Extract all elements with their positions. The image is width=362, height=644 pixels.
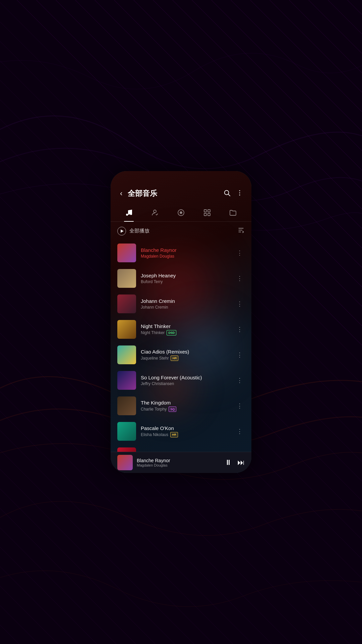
song-item[interactable]: Joseph Heaney Buford Terry ⋮ [111, 266, 251, 291]
song-title: Night Thinker [141, 323, 230, 329]
song-artist: Charlie Torphy [141, 407, 167, 412]
svg-line-1 [228, 194, 230, 196]
page-title: 全部音乐 [128, 189, 219, 199]
song-thumbnail [117, 320, 136, 339]
song-artist: Johann Cremin [141, 305, 168, 310]
song-title: Pascale O'Kon [141, 425, 230, 431]
svg-point-2 [239, 190, 240, 191]
song-sub: Elisha Nikolaus HR [141, 432, 230, 438]
song-thumbnail [117, 396, 136, 415]
quality-badge: HR [171, 356, 178, 361]
song-title: Blanche Raynor [141, 247, 230, 253]
song-list: Blanche Raynor Magdalen Douglas ⋮ Joseph… [111, 240, 251, 452]
song-item[interactable]: Johann Cremin Johann Cremin ⋮ [111, 291, 251, 317]
play-all-bar: 全部播放 [111, 222, 251, 240]
song-sub: Buford Terry [141, 279, 230, 284]
song-title: Joseph Heaney [141, 273, 230, 278]
song-title: Johann Cremin [141, 298, 230, 304]
folder-icon [229, 209, 237, 219]
now-playing-title: Blanche Raynor [137, 458, 221, 463]
song-item[interactable]: Night Thinker Night Thinker DSD ⋮ [111, 317, 251, 342]
now-playing-artist: Magdalen Douglas [137, 463, 221, 467]
song-info: Johann Cremin Johann Cremin [141, 298, 230, 310]
song-more-button[interactable]: ⋮ [235, 247, 245, 259]
song-info: Night Thinker Night Thinker DSD [141, 323, 230, 336]
song-info: Pascale O'Kon Elisha Nikolaus HR [141, 425, 230, 438]
tab-grid[interactable] [199, 206, 215, 221]
music-note-icon [125, 209, 133, 219]
play-all-label: 全部播放 [129, 228, 234, 234]
song-thumbnail [117, 269, 136, 288]
song-artist: Buford Terry [141, 279, 163, 284]
song-info: So Long Forever (Acoustic) Jeffry Christ… [141, 375, 230, 386]
song-more-button[interactable]: ⋮ [235, 324, 245, 335]
song-sub: Jeffry Christiansen [141, 381, 230, 386]
song-info: Joseph Heaney Buford Terry [141, 273, 230, 284]
svg-point-6 [130, 213, 132, 215]
pause-button[interactable]: ⏸ [225, 458, 232, 467]
quality-badge: HR [170, 432, 178, 438]
now-playing-info: Blanche Raynor Magdalen Douglas [137, 458, 221, 467]
song-sub: Johann Cremin [141, 305, 230, 310]
song-item[interactable]: Blanche Raynor Magdalen Douglas ⋮ [111, 240, 251, 266]
song-thumbnail [117, 294, 136, 313]
song-thumbnail [117, 422, 136, 441]
svg-point-5 [126, 214, 128, 216]
song-sub: Magdalen Douglas [141, 254, 230, 259]
quality-badge: DSD [167, 330, 176, 336]
song-thumbnail [117, 345, 136, 364]
song-item[interactable]: Pascale O'Kon Elisha Nikolaus HR ⋮ [111, 419, 251, 444]
back-button[interactable]: ‹ [119, 188, 124, 199]
song-thumbnail [117, 447, 136, 452]
song-more-button[interactable]: ⋮ [235, 400, 245, 412]
song-sub: Night Thinker DSD [141, 330, 230, 336]
song-info: The Kingdom Charlie Torphy SQ [141, 400, 230, 412]
sort-icon[interactable] [237, 226, 245, 235]
tab-artists[interactable] [147, 206, 163, 221]
svg-rect-13 [204, 213, 206, 216]
song-info: Blanche Raynor Magdalen Douglas [141, 247, 230, 259]
grid-icon [203, 209, 211, 219]
nav-tabs [111, 203, 251, 222]
song-more-button[interactable]: ⋮ [235, 349, 245, 361]
song-title: The Kingdom [141, 400, 230, 406]
svg-point-4 [239, 195, 240, 196]
album-icon [177, 209, 185, 219]
tab-albums[interactable] [173, 206, 189, 221]
song-artist: Jeffry Christiansen [141, 381, 174, 386]
song-more-button[interactable]: ⋮ [235, 273, 245, 284]
tab-folder[interactable] [225, 206, 241, 221]
tab-songs[interactable] [121, 206, 137, 221]
song-item[interactable]: So Long Forever (Acoustic) Jeffry Christ… [111, 368, 251, 393]
song-artist: Night Thinker [141, 330, 165, 335]
next-button[interactable]: ⏭ [237, 458, 245, 467]
song-more-button[interactable]: ⋮ [235, 375, 245, 386]
now-playing-bar: Blanche Raynor Magdalen Douglas ⏸ ⏭ [111, 452, 251, 473]
song-item[interactable]: The Kingdom Charlie Torphy SQ ⋮ [111, 393, 251, 419]
play-all-button[interactable] [117, 227, 126, 235]
song-title: So Long Forever (Acoustic) [141, 375, 230, 380]
song-more-button[interactable]: ⋮ [235, 298, 245, 310]
song-sub: Charlie Torphy SQ [141, 407, 230, 412]
song-title: Ciao Adios (Remixes) [141, 349, 230, 355]
song-info: Ciao Adios (Remixes) Jaqueline Stehr HR [141, 349, 230, 361]
song-item[interactable]: Ciao Adios (Remixes) Jaqueline Stehr HR … [111, 342, 251, 368]
header: ‹ 全部音乐 [111, 171, 251, 203]
song-artist: Elisha Nikolaus [141, 432, 168, 437]
song-thumbnail [117, 371, 136, 390]
svg-rect-14 [208, 213, 210, 216]
artist-icon [151, 209, 159, 219]
header-icons [223, 189, 243, 198]
song-artist: Jaqueline Stehr [141, 356, 169, 361]
svg-rect-12 [208, 210, 210, 212]
svg-rect-11 [204, 210, 206, 212]
song-thumbnail [117, 244, 136, 262]
quality-badge: SQ [169, 407, 176, 412]
svg-point-7 [154, 210, 156, 213]
song-artist: Magdalen Douglas [141, 254, 174, 259]
song-sub: Jaqueline Stehr HR [141, 356, 230, 361]
more-menu-icon[interactable] [236, 189, 243, 198]
song-item[interactable]: Ciao Adios (Remixes) Willis Osinski ⋮ [111, 444, 251, 452]
search-icon[interactable] [223, 189, 231, 198]
song-more-button[interactable]: ⋮ [235, 426, 245, 437]
